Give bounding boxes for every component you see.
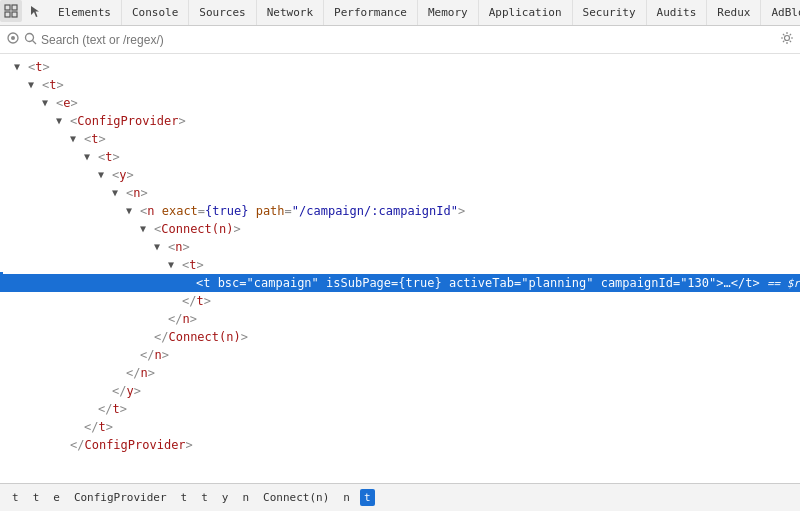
tree-row[interactable]: <t bsc="campaign" isSubPage={true} activ…: [0, 274, 800, 292]
tree-node-content: </y>: [112, 382, 141, 400]
breadcrumb-item[interactable]: t: [8, 489, 23, 506]
react-tree: <t><t><e><ConfigProvider><t><t><y><n><n …: [0, 54, 800, 455]
breadcrumb-item[interactable]: y: [218, 489, 233, 506]
tree-node-content: </n>: [126, 364, 155, 382]
tree-node-content: <t>: [42, 76, 64, 94]
tree-node-content: <t bsc="campaign" isSubPage={true} activ…: [196, 274, 800, 293]
breadcrumb-item[interactable]: t: [360, 489, 375, 506]
tree-node-content: </t>: [182, 292, 211, 310]
tab-audits[interactable]: Audits: [647, 0, 708, 25]
tab-application[interactable]: Application: [479, 0, 573, 25]
tab-redux[interactable]: Redux: [707, 0, 761, 25]
tree-arrow[interactable]: [28, 76, 42, 94]
tree-node-content: <ConfigProvider>: [70, 112, 186, 130]
tree-node-content: <n exact={true} path="/campaign/:campaig…: [140, 202, 465, 220]
tree-arrow[interactable]: [70, 130, 84, 148]
selection-indicator: [0, 272, 3, 290]
breadcrumb-item[interactable]: t: [29, 489, 44, 506]
tree-row[interactable]: <n>: [0, 184, 800, 202]
tab-performance[interactable]: Performance: [324, 0, 418, 25]
tree-row[interactable]: </ConfigProvider>: [0, 436, 800, 454]
tree-row[interactable]: <Connect(n)>: [0, 220, 800, 238]
tree-row[interactable]: <t>: [0, 58, 800, 76]
svg-rect-2: [5, 12, 10, 17]
svg-point-5: [11, 36, 15, 40]
tree-arrow[interactable]: [56, 112, 70, 130]
devtools-icon[interactable]: [0, 0, 22, 22]
tree-row[interactable]: <t>: [0, 76, 800, 94]
tree-row[interactable]: </t>: [0, 292, 800, 310]
tab-sources[interactable]: Sources: [189, 0, 256, 25]
tab-adblock[interactable]: AdBlock: [761, 0, 800, 25]
left-indicator: [0, 82, 4, 483]
tree-node-content: </ConfigProvider>: [70, 436, 193, 454]
tree-row[interactable]: <y>: [0, 166, 800, 184]
tree-node-content: </n>: [168, 310, 197, 328]
breadcrumb-item[interactable]: t: [177, 489, 192, 506]
svg-rect-3: [12, 12, 17, 17]
tree-arrow[interactable]: [126, 202, 140, 220]
tree-node-content: <n>: [168, 238, 190, 256]
tree-arrow[interactable]: [112, 184, 126, 202]
tree-node-content: <t>: [182, 256, 204, 274]
tree-node-content: </t>: [98, 400, 127, 418]
breadcrumb: t t e ConfigProvider t t y n Connect(n) …: [0, 483, 800, 511]
tree-row[interactable]: </n>: [0, 364, 800, 382]
tree-node-content: </t>: [84, 418, 113, 436]
tree-row[interactable]: <n>: [0, 238, 800, 256]
tab-memory[interactable]: Memory: [418, 0, 479, 25]
breadcrumb-item[interactable]: t: [197, 489, 212, 506]
breadcrumb-item[interactable]: ConfigProvider: [70, 489, 171, 506]
tree-row[interactable]: <t>: [0, 148, 800, 166]
tree-arrow[interactable]: [140, 220, 154, 238]
pin-icon[interactable]: [6, 31, 20, 48]
tab-elements[interactable]: Elements: [48, 0, 122, 25]
svg-rect-1: [12, 5, 17, 10]
search-input[interactable]: [41, 33, 780, 47]
tab-network[interactable]: Network: [257, 0, 324, 25]
breadcrumb-item[interactable]: n: [339, 489, 354, 506]
tree-arrow[interactable]: [84, 148, 98, 166]
tree-arrow[interactable]: [42, 94, 56, 112]
breadcrumb-item[interactable]: e: [49, 489, 64, 506]
tree-node-content: </Connect(n)>: [154, 328, 248, 346]
tab-console[interactable]: Console: [122, 0, 189, 25]
tree-row[interactable]: </n>: [0, 310, 800, 328]
tree-node-content: </n>: [140, 346, 169, 364]
svg-line-7: [33, 40, 37, 44]
devtools-tabs: ElementsConsoleSourcesNetworkPerformance…: [0, 0, 800, 26]
tab-security[interactable]: Security: [573, 0, 647, 25]
tree-row[interactable]: <ConfigProvider>: [0, 112, 800, 130]
svg-point-6: [26, 33, 34, 41]
search-bar: [0, 26, 800, 54]
tree-node-content: <n>: [126, 184, 148, 202]
tree-arrow[interactable]: [98, 166, 112, 184]
svg-rect-0: [5, 5, 10, 10]
tree-node-content: <y>: [112, 166, 134, 184]
tree-row[interactable]: <t>: [0, 256, 800, 274]
tree-arrow[interactable]: [168, 256, 182, 274]
breadcrumb-item[interactable]: Connect(n): [259, 489, 333, 506]
tree-node-content: <t>: [28, 58, 50, 76]
tree-row[interactable]: </t>: [0, 400, 800, 418]
tree-row[interactable]: <n exact={true} path="/campaign/:campaig…: [0, 202, 800, 220]
tree-row[interactable]: <t>: [0, 130, 800, 148]
breadcrumb-item[interactable]: n: [238, 489, 253, 506]
svg-point-8: [785, 36, 790, 41]
cursor-icon[interactable]: [24, 0, 46, 22]
tree-arrow[interactable]: [14, 58, 28, 76]
tab-list: ElementsConsoleSourcesNetworkPerformance…: [48, 0, 800, 25]
tree-node-content: <Connect(n)>: [154, 220, 241, 238]
tree-node-content: </e>: [56, 454, 85, 455]
tree-row[interactable]: <e>: [0, 94, 800, 112]
tree-node-content: <t>: [98, 148, 120, 166]
gear-icon[interactable]: [780, 31, 794, 48]
tree-row[interactable]: </y>: [0, 382, 800, 400]
tree-row[interactable]: </n>: [0, 346, 800, 364]
search-icon[interactable]: [24, 32, 37, 48]
tree-node-content: <t>: [84, 130, 106, 148]
tree-row[interactable]: </Connect(n)>: [0, 328, 800, 346]
tree-row[interactable]: </t>: [0, 418, 800, 436]
tree-arrow[interactable]: [154, 238, 168, 256]
tree-row[interactable]: </e>: [0, 454, 800, 455]
